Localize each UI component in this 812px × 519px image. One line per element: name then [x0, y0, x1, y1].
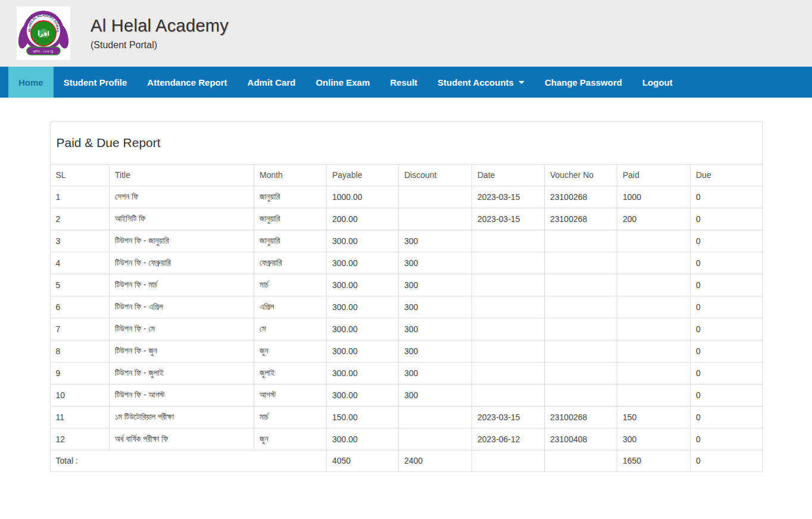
- cell-paid: [617, 274, 691, 296]
- column-header-discount: Discount: [399, 165, 472, 186]
- column-header-month: Month: [254, 165, 327, 186]
- nav-item-change-password[interactable]: Change Password: [535, 67, 632, 98]
- nav-item-label: Logout: [642, 77, 673, 87]
- table-row: 6টিউশন ফি - এপ্রিলএপ্রিল300.003000: [51, 296, 763, 318]
- cell-paid: [617, 230, 691, 252]
- nav-item-student-accounts[interactable]: Student Accounts: [427, 67, 535, 98]
- table-row: 7টিউশন ফি - মেমে300.003000: [51, 318, 763, 340]
- cell-sl: 6: [51, 296, 110, 318]
- cell-sl: 5: [51, 274, 110, 296]
- column-header-title: Title: [110, 165, 254, 186]
- cell-sl: 11: [51, 407, 110, 429]
- nav-item-attendance-report[interactable]: Attendance Report: [137, 67, 237, 98]
- cell-title: আইসিটি ফি: [110, 208, 254, 230]
- table-row: 9টিউশন ফি - জুলাইজুলাই300.003000: [51, 362, 763, 384]
- cell-payable: 300.00: [327, 296, 399, 318]
- nav-item-home[interactable]: Home: [8, 67, 54, 98]
- cell-sl: 3: [51, 230, 110, 252]
- cell-due: 0: [691, 274, 763, 296]
- nav-item-result[interactable]: Result: [380, 67, 427, 98]
- cell-date: [472, 362, 545, 384]
- cell-voucher-no: [545, 340, 617, 362]
- cell-paid: 150: [617, 407, 691, 429]
- cell-voucher-no: 23100268: [545, 186, 617, 208]
- cell-due: 0: [691, 429, 763, 451]
- cell-date: [472, 274, 545, 296]
- cell-paid: [617, 384, 691, 407]
- cell-sl: 4: [51, 252, 110, 274]
- cell-sl: 12: [51, 429, 110, 451]
- chevron-down-icon: [519, 81, 524, 84]
- nav-item-online-exam[interactable]: Online Exam: [305, 67, 380, 98]
- table-row: 3টিউশন ফি - জানুয়ারিজানুয়ারি300.003000: [51, 230, 763, 252]
- cell-title: টিউশন ফি - জানুয়ারি: [110, 230, 254, 252]
- logo-arabic-text: اقرأ: [38, 30, 49, 37]
- logo-banner-text: স্থাপিত : ১৯৯৪ খ্রি.: [33, 49, 54, 54]
- cell-payable: 150.00: [327, 407, 399, 429]
- cell-payable: 300.00: [327, 252, 399, 274]
- cell-voucher-no: 23100268: [545, 208, 617, 230]
- cell-paid: [617, 362, 691, 384]
- cell-discount: 300: [399, 362, 472, 384]
- academy-logo: AL-HELAL ACADEMY SONAGAZI اقرأ স্থাপিত :…: [17, 7, 70, 60]
- table-row: 12অর্ধ বার্ষিক পরীক্ষা ফিজুন300.002023-0…: [51, 429, 763, 451]
- cell-discount: 300: [399, 274, 472, 296]
- cell-payable: 200.00: [327, 208, 399, 230]
- cell-payable: 300.00: [327, 274, 399, 296]
- cell-month: জানুয়ারি: [254, 186, 327, 208]
- main-content: Paid & Due Report SLTitleMonthPayableDis…: [0, 121, 812, 472]
- nav-item-student-profile[interactable]: Student Profile: [54, 67, 138, 98]
- cell-date: [472, 296, 545, 318]
- cell-paid: [617, 296, 691, 318]
- nav-item-label: Student Accounts: [438, 77, 514, 87]
- nav-item-label: Admit Card: [248, 77, 296, 87]
- cell-payable: 300.00: [327, 384, 399, 407]
- cell-discount: [399, 208, 472, 230]
- nav-item-label: Online Exam: [316, 77, 370, 87]
- cell-month: জুন: [254, 429, 327, 451]
- cell-due: 0: [691, 252, 763, 274]
- cell-discount: [399, 429, 472, 451]
- cell-paid: [617, 252, 691, 274]
- cell-paid: 300: [617, 429, 691, 451]
- cell-payable: 1000.00: [327, 186, 399, 208]
- cell-voucher-no: [545, 252, 617, 274]
- cell-payable: 300.00: [327, 340, 399, 362]
- cell-paid: [617, 340, 691, 362]
- total-date: [472, 451, 545, 472]
- nav-item-label: Result: [390, 77, 417, 87]
- column-header-voucher-no: Voucher No: [545, 165, 617, 186]
- total-label: Total :: [51, 451, 327, 472]
- cell-due: 0: [691, 362, 763, 384]
- cell-title: টিউশন ফি - এপ্রিল: [110, 296, 254, 318]
- cell-discount: 300: [399, 384, 472, 407]
- nav-item-label: Home: [18, 77, 43, 87]
- cell-title: টিউশন ফি - ফেব্রুয়ারি: [110, 252, 254, 274]
- cell-payable: 300.00: [327, 429, 399, 451]
- cell-date: [472, 318, 545, 340]
- cell-date: [472, 384, 545, 407]
- column-header-paid: Paid: [617, 165, 691, 186]
- nav-item-label: Attendance Report: [147, 77, 227, 87]
- nav-menu: HomeStudent ProfileAttendance ReportAdmi…: [8, 67, 812, 98]
- cell-payable: 300.00: [327, 318, 399, 340]
- cell-date: [472, 340, 545, 362]
- cell-month: জুলাই: [254, 362, 327, 384]
- cell-voucher-no: [545, 274, 617, 296]
- academy-logo-image: AL-HELAL ACADEMY SONAGAZI اقرأ স্থাপিত :…: [17, 7, 70, 60]
- cell-sl: 10: [51, 384, 110, 407]
- cell-voucher-no: [545, 384, 617, 407]
- cell-date: 2023-03-15: [472, 407, 545, 429]
- app-header: AL-HELAL ACADEMY SONAGAZI اقرأ স্থাপিত :…: [0, 0, 812, 67]
- cell-month: মার্চ: [254, 407, 327, 429]
- cell-title: অর্ধ বার্ষিক পরীক্ষা ফি: [110, 429, 254, 451]
- nav-item-admit-card[interactable]: Admit Card: [238, 67, 306, 98]
- column-header-payable: Payable: [327, 165, 399, 186]
- table-body: 1সেশন ফিজানুয়ারি1000.002023-03-15231002…: [51, 186, 763, 472]
- cell-paid: 200: [617, 208, 691, 230]
- cell-due: 0: [691, 340, 763, 362]
- table-row: 10টিউশন ফি - আগস্টআগস্ট300.003000: [51, 384, 763, 407]
- cell-due: 0: [691, 407, 763, 429]
- nav-item-logout[interactable]: Logout: [632, 67, 683, 98]
- nav-item-label: Student Profile: [64, 77, 127, 87]
